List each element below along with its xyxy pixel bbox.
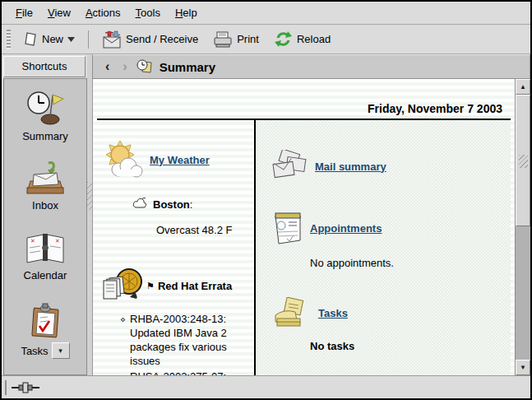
send-receive-icon <box>102 30 122 49</box>
main-body: Friday, November 7 2003 <box>92 79 530 375</box>
mail-summary-icon <box>271 150 308 183</box>
menu-actions[interactable]: Actions <box>78 3 128 22</box>
reload-button[interactable]: Reload <box>269 27 335 51</box>
tasks-status: No tasks <box>310 340 504 352</box>
weather-section-head: My Weather <box>102 140 247 179</box>
scroll-up-button[interactable]: ▲ <box>516 79 530 95</box>
shortcuts-group-button[interactable]: Shortcuts <box>3 56 86 77</box>
weather-location: Boston <box>153 198 190 211</box>
toolbar-separator <box>88 30 89 49</box>
middle-region: Shortcuts Summary <box>2 54 530 375</box>
reload-label: Reload <box>297 33 331 45</box>
calendar-shortcut-icon: ✕ ✕ <box>24 231 67 266</box>
summary-columns: My Weather Boston: <box>97 120 511 375</box>
weather-icon <box>102 140 143 179</box>
svg-text:✕: ✕ <box>55 238 60 244</box>
sidebar-item-calendar[interactable]: ✕ ✕ Calendar <box>4 231 86 303</box>
errata-item-text: RHBA-2003:248-13: Updated IBM Java 2 pac… <box>130 313 227 367</box>
errata-item[interactable]: ⋄ RHSA-2003:275-07: Updated CUPS package… <box>120 370 247 375</box>
new-label: New <box>42 33 63 45</box>
menu-view[interactable]: View <box>40 3 78 22</box>
errata-icon <box>102 267 143 304</box>
tasks-dropdown-button[interactable]: ▾ <box>52 342 70 359</box>
mail-summary-section: Mail summary <box>271 150 504 183</box>
back-button[interactable]: ‹ <box>101 56 113 77</box>
statusbar-grip <box>5 380 7 395</box>
tasks-shortcut-icon <box>28 303 62 339</box>
scroll-down-button[interactable]: ▼ <box>516 360 530 375</box>
bullet-icon: ⋄ <box>120 370 126 375</box>
weather-condition: Overcast 48.2 F <box>156 224 247 236</box>
pane-splitter[interactable] <box>87 54 92 375</box>
sidebar-item-tasks[interactable]: Tasks ▾ <box>4 303 86 374</box>
sidebar-item-summary[interactable]: Summary <box>4 89 86 160</box>
sidebar-label-inbox: Inbox <box>32 199 58 212</box>
tasks-link[interactable]: Tasks <box>318 307 348 319</box>
print-label: Print <box>237 33 259 45</box>
errata-marker-icon: ⚑ <box>146 281 155 291</box>
scrollbar-track[interactable] <box>516 226 530 360</box>
tasks-notes-icon <box>271 297 312 328</box>
menu-file[interactable]: File <box>8 3 40 22</box>
evolution-window: File View Actions Tools Help New <box>0 0 532 400</box>
main-pane: ‹ › Summary Friday, November 7 2003 <box>92 54 530 375</box>
inbox-shortcut-icon <box>25 160 65 196</box>
tasks-section: Tasks No tasks <box>271 297 504 352</box>
errata-section-head: ⚑ Red Hat Errata <box>102 267 247 304</box>
appointments-icon <box>271 211 303 245</box>
summary-content: Friday, November 7 2003 <box>92 79 515 375</box>
errata-title: Red Hat Errata <box>158 280 232 292</box>
splitter-grip-icon <box>87 182 92 210</box>
send-receive-label: Send / Receive <box>126 33 198 45</box>
shortcut-panel: Summary Inbox <box>3 78 87 375</box>
toolbar: New Send / Receive <box>2 25 530 54</box>
thumb-grip-icon <box>519 155 528 168</box>
bullet-icon: ⋄ <box>120 313 126 327</box>
date-heading: Friday, November 7 2003 <box>97 79 511 120</box>
print-button[interactable]: Print <box>208 27 264 51</box>
mail-summary-link[interactable]: Mail summary <box>315 160 386 173</box>
summary-shortcut-icon <box>25 89 65 127</box>
forward-button[interactable]: › <box>118 56 131 77</box>
menu-bar: File View Actions Tools Help <box>2 2 530 25</box>
small-cloud-icon <box>132 198 148 211</box>
shortcut-sidebar: Shortcuts Summary <box>2 54 87 375</box>
toolbar-grip[interactable] <box>7 30 11 49</box>
weather-location-row: Boston: <box>132 198 247 211</box>
folder-title-bar: ‹ › Summary <box>92 54 530 79</box>
sidebar-item-inbox[interactable]: Inbox <box>4 160 86 231</box>
right-column: Mail summary <box>256 120 511 375</box>
date-text: Friday, November 7 2003 <box>368 102 502 115</box>
new-note-icon <box>24 31 38 47</box>
menu-help[interactable]: Help <box>168 3 205 22</box>
errata-item-text: RHSA-2003:275-07: Updated CUPS packages … <box>130 370 233 375</box>
menu-tools[interactable]: Tools <box>128 3 168 22</box>
print-icon <box>213 30 233 48</box>
sidebar-label-summary: Summary <box>22 130 68 142</box>
appointments-link[interactable]: Appointments <box>310 222 382 235</box>
svg-text:✕: ✕ <box>30 238 35 244</box>
appointments-section: Appointments No appointments. <box>271 211 504 269</box>
online-status-plug-icon[interactable] <box>12 382 41 393</box>
errata-item[interactable]: ⋄ RHBA-2003:248-13: Updated IBM Java 2 p… <box>120 312 247 368</box>
vertical-scrollbar[interactable]: ▲ ▼ <box>515 79 530 375</box>
my-weather-link[interactable]: My Weather <box>150 154 210 166</box>
errata-list: ⋄ RHBA-2003:248-13: Updated IBM Java 2 p… <box>120 312 247 375</box>
weather-location-colon: : <box>190 198 193 211</box>
chevron-down-icon <box>67 37 75 42</box>
page-title: Summary <box>160 60 215 74</box>
new-button[interactable]: New <box>19 28 80 50</box>
sidebar-label-calendar: Calendar <box>24 269 67 281</box>
appointments-status: No appointments. <box>310 257 504 269</box>
left-column: My Weather Boston: <box>97 120 256 375</box>
status-bar <box>2 375 530 398</box>
reload-icon <box>274 30 293 48</box>
sidebar-label-tasks: Tasks <box>21 345 48 357</box>
send-receive-button[interactable]: Send / Receive <box>97 27 203 52</box>
scrollbar-thumb[interactable] <box>516 95 530 226</box>
summary-title-icon <box>136 59 153 74</box>
